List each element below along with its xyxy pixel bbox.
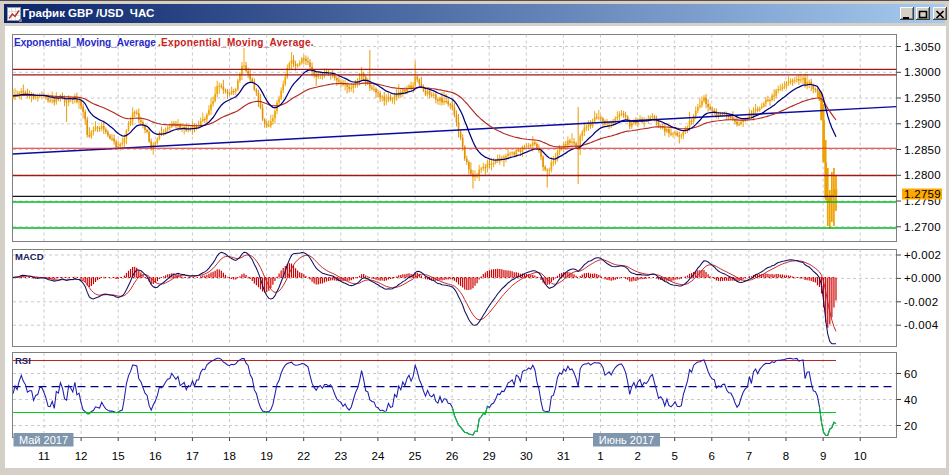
svg-text:-0.002: -0.002: [904, 296, 938, 308]
svg-text:26: 26: [446, 450, 459, 462]
svg-text:6: 6: [709, 450, 715, 462]
svg-text:+0.002: +0.002: [904, 249, 941, 261]
svg-text:16: 16: [149, 450, 162, 462]
svg-text:2: 2: [634, 450, 640, 462]
svg-text:15: 15: [112, 450, 125, 462]
svg-text:Май 2017: Май 2017: [19, 434, 68, 446]
svg-text:1.3050: 1.3050: [904, 41, 941, 53]
svg-text:1.3000: 1.3000: [904, 66, 941, 78]
svg-text:10: 10: [854, 450, 867, 462]
svg-text:11: 11: [38, 450, 50, 462]
svg-text:24: 24: [372, 450, 385, 462]
svg-text:5: 5: [671, 450, 677, 462]
svg-text:Exponential_Moving_Average: Exponential_Moving_Average: [14, 37, 156, 48]
svg-text:8: 8: [783, 450, 789, 462]
svg-text:40: 40: [904, 394, 917, 406]
svg-text:1: 1: [597, 450, 603, 462]
svg-text:1.2900: 1.2900: [904, 118, 941, 130]
svg-text:.Exponential_Moving_Average.: .Exponential_Moving_Average.: [158, 37, 314, 48]
svg-text:23: 23: [334, 450, 347, 462]
svg-text:RSI: RSI: [15, 355, 31, 366]
svg-text:1.2700: 1.2700: [904, 221, 941, 233]
svg-text:-0.004: -0.004: [904, 319, 939, 331]
svg-text:29: 29: [483, 450, 496, 462]
svg-text:+0.000: +0.000: [904, 272, 941, 284]
svg-text:12: 12: [75, 450, 88, 462]
svg-text:1.2950: 1.2950: [904, 92, 941, 104]
svg-text:7: 7: [746, 450, 752, 462]
svg-text:25: 25: [409, 450, 422, 462]
svg-text:31: 31: [557, 450, 570, 462]
svg-text:17: 17: [186, 450, 199, 462]
svg-text:19: 19: [260, 450, 273, 462]
svg-text:MACD: MACD: [15, 251, 44, 262]
svg-text:60: 60: [904, 368, 917, 380]
svg-text:30: 30: [520, 450, 533, 462]
svg-text:22: 22: [297, 450, 310, 462]
svg-text:1.2759: 1.2759: [904, 188, 941, 200]
svg-text:Июнь 2017: Июнь 2017: [599, 434, 655, 446]
svg-text:1.2800: 1.2800: [904, 169, 941, 181]
svg-text:1.2850: 1.2850: [904, 144, 941, 156]
svg-text:9: 9: [820, 450, 826, 462]
svg-text:18: 18: [223, 450, 236, 462]
svg-text:20: 20: [904, 420, 917, 432]
